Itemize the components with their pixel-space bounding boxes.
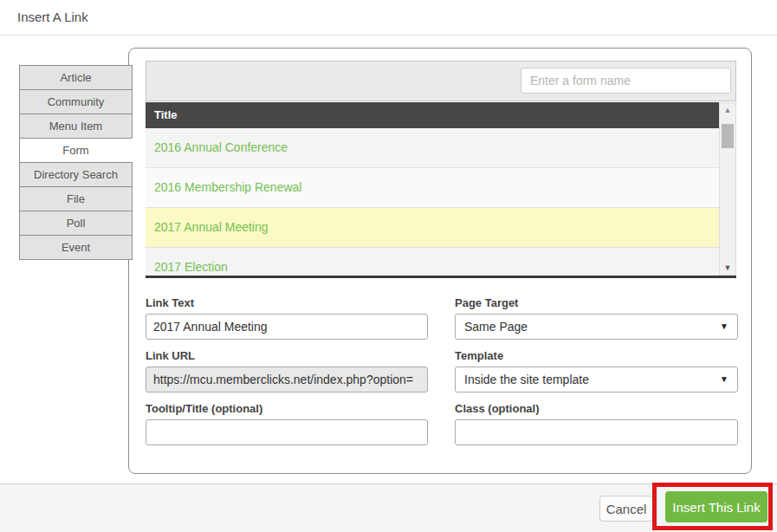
dropdown-arrow-icon: ▼ — [720, 367, 728, 392]
form-list-item-selected[interactable]: 2017 Annual Meeting — [146, 208, 719, 248]
tab-article[interactable]: Article — [19, 65, 133, 90]
class-input[interactable] — [455, 419, 738, 445]
scroll-up-icon[interactable]: ▲ — [720, 106, 735, 114]
page-target-label: Page Target — [455, 296, 738, 309]
dropdown-arrow-icon: ▼ — [720, 315, 728, 339]
form-search-toolbar — [146, 61, 736, 101]
page-target-select[interactable]: Same Page ▼ — [455, 314, 738, 340]
tooltip-input[interactable] — [146, 419, 428, 445]
form-list-item[interactable]: 2016 Annual Conference — [146, 128, 719, 168]
insert-this-link-button[interactable]: Insert This Link — [665, 491, 767, 522]
page-target-value: Same Page — [464, 320, 528, 334]
cancel-button[interactable]: Cancel — [599, 496, 653, 522]
table-scrollbar[interactable]: ▲ ▼ — [719, 102, 736, 276]
form-list-item[interactable]: 2016 Membership Renewal — [146, 168, 719, 208]
template-field: Template Inside the site template ▼ — [455, 349, 738, 393]
link-text-field: Link Text — [146, 296, 428, 340]
dialog-title: Insert A Link — [17, 10, 88, 24]
tab-event[interactable]: Event — [19, 235, 133, 260]
link-url-field: Link URL — [146, 349, 428, 393]
form-title-link[interactable]: 2016 Annual Conference — [154, 140, 288, 154]
form-list-item[interactable]: 2017 Election — [146, 248, 719, 278]
template-value: Inside the site template — [464, 373, 589, 386]
link-type-tabs: Article Community Menu Item Form Directo… — [19, 65, 133, 260]
tab-form[interactable]: Form — [19, 138, 133, 163]
table-column-header-title: Title — [146, 102, 719, 128]
tab-directory-search[interactable]: Directory Search — [19, 162, 133, 187]
title-divider — [0, 35, 777, 36]
form-search-input[interactable] — [521, 68, 731, 94]
class-field: Class (optional) — [455, 402, 738, 445]
tooltip-label: Tooltip/Title (optional) — [146, 402, 428, 415]
link-text-input[interactable] — [146, 314, 428, 340]
form-results-table: Title 2016 Annual Conference 2016 Member… — [146, 102, 736, 278]
form-title-link[interactable]: 2016 Membership Renewal — [154, 180, 301, 194]
scrollbar-thumb[interactable] — [722, 124, 734, 148]
link-details-panel: Title 2016 Annual Conference 2016 Member… — [128, 48, 752, 474]
class-label: Class (optional) — [455, 402, 738, 415]
tab-menu-item[interactable]: Menu Item — [19, 114, 133, 139]
template-select[interactable]: Inside the site template ▼ — [455, 367, 738, 393]
page-target-field: Page Target Same Page ▼ — [455, 296, 738, 340]
tab-file[interactable]: File — [19, 186, 133, 211]
tooltip-field: Tooltip/Title (optional) — [146, 402, 428, 445]
link-text-label: Link Text — [146, 296, 428, 309]
link-url-input — [146, 367, 428, 393]
template-label: Template — [455, 349, 738, 362]
link-url-label: Link URL — [146, 349, 428, 362]
tab-community[interactable]: Community — [19, 89, 133, 114]
dialog-footer: Cancel Insert This Link — [0, 483, 777, 532]
scroll-down-icon[interactable]: ▼ — [720, 263, 735, 272]
form-title-link[interactable]: 2017 Annual Meeting — [154, 220, 269, 234]
form-title-link[interactable]: 2017 Election — [154, 260, 228, 274]
tab-poll[interactable]: Poll — [19, 211, 133, 236]
